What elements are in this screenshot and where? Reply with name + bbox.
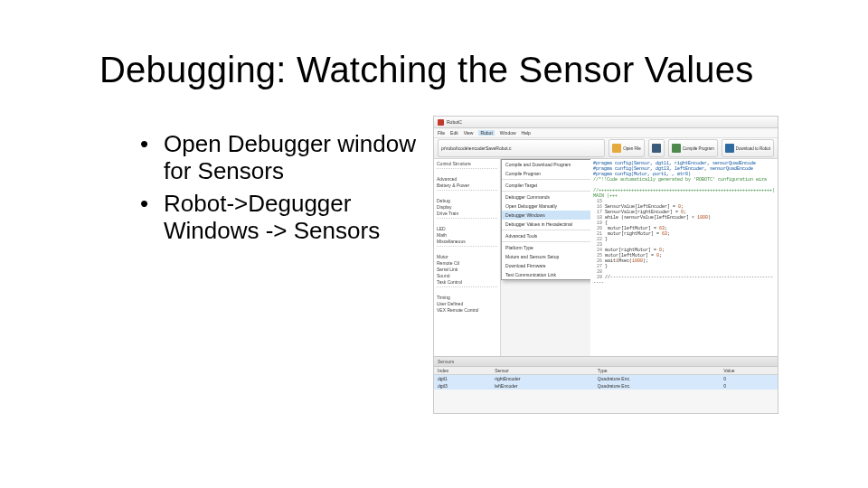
bullet-dot: • bbox=[140, 191, 164, 245]
sidebar-item[interactable]: Sound bbox=[437, 273, 497, 279]
sidebar-item[interactable]: Miscellaneous bbox=[437, 239, 497, 245]
download-label: Download to Robot bbox=[736, 146, 770, 151]
sidebar-item[interactable]: Advanced bbox=[437, 176, 497, 183]
folder-open-icon bbox=[612, 144, 621, 153]
open-file-button[interactable]: Open File bbox=[609, 139, 645, 157]
sidebar-item[interactable]: Debug bbox=[437, 198, 497, 204]
menu-file[interactable]: File bbox=[438, 130, 445, 136]
sidebar-item[interactable]: Remote Ctl bbox=[437, 260, 497, 267]
menu-item[interactable]: Compiler Target bbox=[502, 181, 603, 190]
menubar: File Edit View Robot Window Help bbox=[434, 128, 778, 138]
function-sidebar[interactable]: Control Structure AdvancedBattery & Powe… bbox=[434, 159, 501, 360]
sidebar-item[interactable]: Control Structure bbox=[437, 161, 497, 167]
sidebar-item[interactable]: User Defined bbox=[437, 301, 497, 307]
col-index: Index bbox=[434, 367, 491, 375]
sidebar-item[interactable]: Serial Link bbox=[437, 267, 497, 273]
menu-item[interactable]: Advanced Tools bbox=[502, 231, 603, 240]
window-titlebar: RobotC bbox=[434, 117, 778, 128]
compile-button[interactable]: Compile Program bbox=[668, 139, 718, 157]
open-label: Open File bbox=[623, 146, 641, 151]
menu-item[interactable]: Open Debugger Manually bbox=[502, 202, 603, 211]
save-button[interactable] bbox=[648, 139, 665, 157]
path-text: pr\robot\code\encoderSaveRobot.c bbox=[441, 145, 512, 151]
download-button[interactable]: Download to Robot bbox=[722, 139, 774, 157]
sensor-row[interactable]: dgtl3leftEncoderQuadrature Enc.0 bbox=[434, 382, 778, 389]
menu-robot[interactable]: Robot bbox=[478, 130, 494, 136]
menu-edit[interactable]: Edit bbox=[450, 130, 458, 136]
sidebar-item[interactable] bbox=[437, 246, 497, 253]
app-icon bbox=[438, 119, 444, 126]
menu-item[interactable]: Test Communication Link bbox=[502, 270, 603, 279]
compile-icon bbox=[672, 144, 681, 153]
col-value: Value bbox=[720, 367, 778, 375]
sidebar-item[interactable]: VEX Remote Control bbox=[437, 307, 497, 314]
menu-item[interactable]: Platform Type bbox=[502, 243, 603, 252]
sidebar-item[interactable]: Drive Train bbox=[437, 211, 497, 217]
sensors-panel-title: Sensors bbox=[434, 357, 778, 367]
sidebar-item[interactable] bbox=[437, 168, 497, 175]
sensor-row[interactable]: dgtl1rightEncoderQuadrature Enc.0 bbox=[434, 375, 778, 383]
robot-dropdown-menu[interactable]: Compile and Download ProgramF5Compile Pr… bbox=[501, 159, 604, 280]
menu-view[interactable]: View bbox=[464, 130, 474, 136]
sidebar-item[interactable]: LED bbox=[437, 226, 497, 232]
col-sensor: Sensor bbox=[491, 367, 594, 375]
sidebar-item[interactable]: Task Control bbox=[437, 279, 497, 286]
menu-item[interactable]: Compile ProgramF7 bbox=[502, 169, 603, 178]
slide-title: Debugging: Watching the Sensor Values bbox=[99, 50, 832, 90]
menu-window[interactable]: Window bbox=[500, 130, 516, 136]
toolbar: pr\robot\code\encoderSaveRobot.c Open Fi… bbox=[434, 138, 778, 159]
menu-item[interactable]: Debugger Commands bbox=[502, 192, 603, 202]
sensors-panel[interactable]: Sensors Index Sensor Type Value dgtl1rig… bbox=[434, 356, 778, 413]
menu-item[interactable]: Debugger Windows bbox=[502, 211, 603, 220]
menu-overlay-area: Compile and Download ProgramF5Compile Pr… bbox=[501, 159, 590, 360]
menu-item[interactable]: Motors and Sensors Setup bbox=[502, 252, 603, 261]
menu-item[interactable]: Compile and Download ProgramF5 bbox=[502, 160, 603, 169]
code-editor[interactable]: #pragma config(Sensor, dgtl1, rightEncod… bbox=[590, 159, 778, 360]
sidebar-item[interactable] bbox=[437, 218, 497, 225]
bullet-text: Robot->Degugger Windows -> Sensors bbox=[164, 191, 420, 245]
menu-help[interactable]: Help bbox=[522, 130, 531, 136]
screenshot: RobotC File Edit View Robot Window Help … bbox=[433, 116, 778, 414]
sidebar-item[interactable]: Math bbox=[437, 232, 497, 239]
sidebar-item[interactable]: Display bbox=[437, 204, 497, 211]
menu-item[interactable]: Debugger Values in Hexadecimal bbox=[502, 220, 603, 229]
bullet-list: • Open Debugger window for Sensors • Rob… bbox=[140, 131, 420, 250]
compile-label: Compile Program bbox=[683, 146, 714, 151]
save-icon bbox=[652, 144, 661, 153]
bullet-dot: • bbox=[140, 131, 164, 185]
sidebar-item[interactable] bbox=[437, 190, 497, 197]
download-icon bbox=[725, 144, 734, 153]
menu-item[interactable]: Download Firmware bbox=[502, 261, 603, 270]
bullet-text: Open Debugger window for Sensors bbox=[164, 131, 420, 185]
col-type: Type bbox=[594, 367, 721, 375]
sidebar-item[interactable] bbox=[437, 286, 497, 294]
app-title: RobotC bbox=[447, 119, 462, 125]
sidebar-item[interactable]: Battery & Power bbox=[437, 183, 497, 189]
sidebar-item[interactable]: Timing bbox=[437, 295, 497, 301]
sensors-table: Index Sensor Type Value dgtl1rightEncode… bbox=[434, 367, 778, 389]
path-field[interactable]: pr\robot\code\encoderSaveRobot.c bbox=[438, 139, 605, 157]
sidebar-item[interactable]: Motor bbox=[437, 254, 497, 260]
